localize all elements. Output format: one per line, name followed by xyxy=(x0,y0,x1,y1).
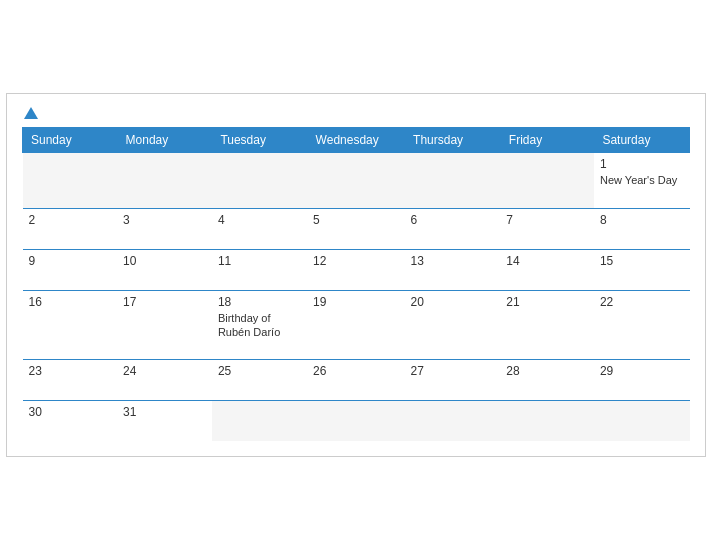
day-number: 1 xyxy=(600,157,684,171)
day-number: 31 xyxy=(123,405,206,419)
day-number: 19 xyxy=(313,295,398,309)
calendar-week-row: 9101112131415 xyxy=(23,249,690,290)
day-number: 15 xyxy=(600,254,684,268)
calendar-week-row: 1New Year's Day xyxy=(23,153,690,208)
weekday-header: Thursday xyxy=(405,128,501,153)
weekday-header: Wednesday xyxy=(307,128,404,153)
calendar-day-cell: 29 xyxy=(594,360,690,401)
calendar-header xyxy=(22,104,690,120)
calendar-day-cell xyxy=(117,153,212,208)
calendar-day-cell: 30 xyxy=(23,401,118,442)
calendar-day-cell: 21 xyxy=(500,290,594,360)
holiday-label: Birthday of Rubén Darío xyxy=(218,312,280,338)
calendar-day-cell: 10 xyxy=(117,249,212,290)
calendar-day-cell: 4 xyxy=(212,208,307,249)
calendar-week-row: 23242526272829 xyxy=(23,360,690,401)
calendar-day-cell xyxy=(500,153,594,208)
calendar-day-cell: 15 xyxy=(594,249,690,290)
day-number: 4 xyxy=(218,213,301,227)
day-number: 22 xyxy=(600,295,684,309)
calendar-day-cell: 3 xyxy=(117,208,212,249)
day-number: 12 xyxy=(313,254,398,268)
calendar-day-cell xyxy=(212,153,307,208)
calendar-day-cell: 19 xyxy=(307,290,404,360)
calendar-day-cell: 9 xyxy=(23,249,118,290)
calendar-day-cell: 27 xyxy=(405,360,501,401)
calendar-day-cell: 26 xyxy=(307,360,404,401)
weekday-header: Friday xyxy=(500,128,594,153)
calendar-day-cell: 25 xyxy=(212,360,307,401)
calendar-day-cell xyxy=(307,401,404,442)
day-number: 11 xyxy=(218,254,301,268)
calendar-week-row: 3031 xyxy=(23,401,690,442)
day-number: 27 xyxy=(411,364,495,378)
day-number: 10 xyxy=(123,254,206,268)
calendar-day-cell: 1New Year's Day xyxy=(594,153,690,208)
day-number: 26 xyxy=(313,364,398,378)
calendar-day-cell: 13 xyxy=(405,249,501,290)
logo-top xyxy=(22,104,38,120)
calendar-day-cell: 18Birthday of Rubén Darío xyxy=(212,290,307,360)
calendar-day-cell: 28 xyxy=(500,360,594,401)
day-number: 6 xyxy=(411,213,495,227)
calendar-week-row: 161718Birthday of Rubén Darío19202122 xyxy=(23,290,690,360)
calendar-table: SundayMondayTuesdayWednesdayThursdayFrid… xyxy=(22,127,690,441)
calendar-day-cell xyxy=(23,153,118,208)
weekday-header: Tuesday xyxy=(212,128,307,153)
calendar-day-cell xyxy=(594,401,690,442)
calendar-week-row: 2345678 xyxy=(23,208,690,249)
day-number: 5 xyxy=(313,213,398,227)
day-number: 25 xyxy=(218,364,301,378)
calendar-day-cell: 14 xyxy=(500,249,594,290)
day-number: 30 xyxy=(29,405,112,419)
calendar-container: SundayMondayTuesdayWednesdayThursdayFrid… xyxy=(6,93,706,457)
holiday-label: New Year's Day xyxy=(600,174,677,186)
calendar-day-cell: 7 xyxy=(500,208,594,249)
day-number: 2 xyxy=(29,213,112,227)
calendar-day-cell xyxy=(405,401,501,442)
calendar-day-cell xyxy=(500,401,594,442)
weekday-header-row: SundayMondayTuesdayWednesdayThursdayFrid… xyxy=(23,128,690,153)
day-number: 16 xyxy=(29,295,112,309)
day-number: 7 xyxy=(506,213,588,227)
logo-area xyxy=(22,104,38,120)
calendar-day-cell: 17 xyxy=(117,290,212,360)
calendar-day-cell: 31 xyxy=(117,401,212,442)
weekday-header: Sunday xyxy=(23,128,118,153)
calendar-day-cell: 16 xyxy=(23,290,118,360)
weekday-header: Monday xyxy=(117,128,212,153)
day-number: 20 xyxy=(411,295,495,309)
calendar-day-cell: 23 xyxy=(23,360,118,401)
weekday-header: Saturday xyxy=(594,128,690,153)
day-number: 28 xyxy=(506,364,588,378)
day-number: 14 xyxy=(506,254,588,268)
day-number: 3 xyxy=(123,213,206,227)
day-number: 29 xyxy=(600,364,684,378)
calendar-day-cell: 5 xyxy=(307,208,404,249)
calendar-day-cell: 6 xyxy=(405,208,501,249)
day-number: 21 xyxy=(506,295,588,309)
day-number: 17 xyxy=(123,295,206,309)
calendar-day-cell xyxy=(307,153,404,208)
calendar-day-cell: 11 xyxy=(212,249,307,290)
calendar-day-cell: 2 xyxy=(23,208,118,249)
day-number: 9 xyxy=(29,254,112,268)
logo-triangle-icon xyxy=(24,107,38,119)
calendar-day-cell: 24 xyxy=(117,360,212,401)
day-number: 18 xyxy=(218,295,301,309)
day-number: 8 xyxy=(600,213,684,227)
calendar-day-cell: 22 xyxy=(594,290,690,360)
day-number: 24 xyxy=(123,364,206,378)
calendar-day-cell xyxy=(212,401,307,442)
day-number: 13 xyxy=(411,254,495,268)
calendar-day-cell: 8 xyxy=(594,208,690,249)
calendar-day-cell: 20 xyxy=(405,290,501,360)
day-number: 23 xyxy=(29,364,112,378)
calendar-day-cell xyxy=(405,153,501,208)
calendar-day-cell: 12 xyxy=(307,249,404,290)
